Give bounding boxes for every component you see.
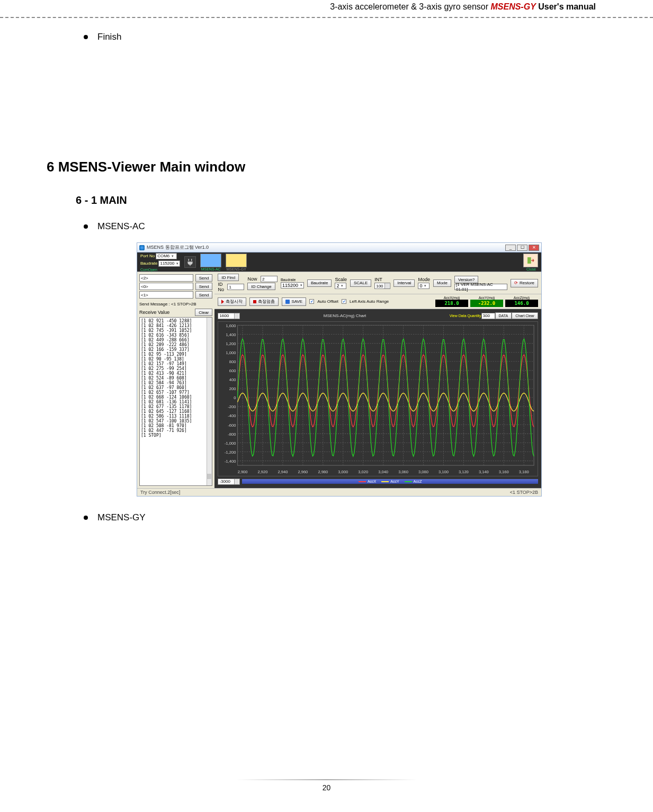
- chart-area: 1600 MSENS-AC(mg) Chart View Data Quanti…: [214, 309, 541, 488]
- svg-text:2,940: 2,940: [278, 470, 288, 474]
- receive-log[interactable]: [1 02 921 -450 1288][1 02 841 -426 1213]…: [139, 317, 212, 486]
- svg-text:200: 200: [229, 386, 236, 391]
- header-left: 3-axis accelerometer & 3-axis gyro senso…: [330, 2, 490, 11]
- svg-text:2,960: 2,960: [298, 470, 308, 474]
- start-button[interactable]: 측정시작: [218, 297, 246, 306]
- baudrate-select-top[interactable]: 115200 ▾: [158, 260, 180, 267]
- y-bottom-spinner[interactable]: -3000: [218, 479, 240, 485]
- left-axis-auto-checkbox[interactable]: ✔: [342, 299, 346, 304]
- maximize-button[interactable]: ☐: [517, 245, 527, 251]
- receive-value-label: Receive Value: [139, 310, 169, 315]
- app-title-text: MSENS 통합프로그램 Ver1.0: [147, 244, 209, 251]
- scrollbar[interactable]: [207, 318, 212, 485]
- chart-plot: -1,400-1,200-1,000-800-600-400-200020040…: [218, 321, 538, 476]
- auto-offset-checkbox[interactable]: ✔: [309, 299, 314, 304]
- legend-accx: AccX: [368, 480, 376, 483]
- svg-text:-1,200: -1,200: [225, 450, 236, 455]
- cmd0-input[interactable]: <0>: [139, 283, 193, 290]
- svg-text:3,160: 3,160: [499, 470, 509, 474]
- bullet-gy-text: MSENS-GY: [97, 512, 146, 523]
- svg-text:2,920: 2,920: [258, 470, 268, 474]
- restore-button[interactable]: ⟳Restore: [511, 279, 538, 287]
- chevron-down-icon: ▾: [172, 254, 174, 258]
- id-find-button[interactable]: ID Find: [218, 274, 239, 281]
- view-qty-value[interactable]: 300: [481, 313, 495, 319]
- version-text: [1 VER MSENS-AC 01.01]: [454, 284, 507, 290]
- mode-button[interactable]: Mode: [433, 279, 451, 287]
- header-divider: [0, 17, 653, 18]
- status-bar: Try Connect.2[sec] <1 STOP>2B: [137, 488, 541, 496]
- log-line: [1 02 677 -135 1178]: [141, 404, 211, 409]
- play-icon: [221, 300, 224, 304]
- clear-button[interactable]: Clear: [195, 309, 212, 316]
- svg-text:-800: -800: [228, 432, 236, 437]
- cmd1-input[interactable]: <1>: [139, 291, 193, 299]
- scale-button[interactable]: SCALE: [350, 279, 371, 287]
- baudrate-label: Baudrate: [140, 261, 157, 266]
- log-line: [1 02 449 -288 666]: [141, 338, 211, 342]
- header-product: MSENS-GY: [490, 2, 535, 11]
- scale-select[interactable]: 2▾: [335, 283, 346, 289]
- accy-value: -232.0: [470, 300, 503, 307]
- left-axis-auto-label: Left Axis Auto Range: [350, 299, 389, 304]
- tab-msens-ac[interactable]: [200, 254, 221, 267]
- interval-button[interactable]: Interval: [393, 279, 415, 287]
- page-header: 3-axis accelerometer & 3-axis gyro senso…: [330, 2, 596, 12]
- int-spinner[interactable]: 100: [374, 283, 390, 289]
- svg-text:3,140: 3,140: [479, 470, 489, 474]
- accy-label: AccY(mg): [479, 296, 495, 300]
- app-titlebar: MSENS 통합프로그램 Ver1.0 _ ☐ ✕: [137, 243, 541, 252]
- scroll-thumb[interactable]: [207, 474, 211, 479]
- svg-text:3,120: 3,120: [459, 470, 469, 474]
- scale-label: Scale: [335, 277, 347, 282]
- send2-button[interactable]: Send: [195, 274, 213, 282]
- send1-button[interactable]: Send: [195, 291, 213, 299]
- window-controls: _ ☐ ✕: [505, 245, 539, 251]
- y-top-spinner[interactable]: 1600: [218, 313, 240, 319]
- svg-text:-200: -200: [228, 404, 236, 409]
- cmd2-input[interactable]: <2>: [139, 274, 193, 282]
- tab-msens-gy[interactable]: [226, 254, 247, 267]
- svg-text:-1,000: -1,000: [225, 441, 236, 446]
- log-line: [1 02 90 -95 138]: [141, 357, 211, 362]
- parameter-bar: ID Find ID No 1 Now 2 ID Change Baudrate…: [214, 272, 541, 294]
- int-label: INT: [374, 277, 382, 282]
- close-button[interactable]: [523, 254, 538, 267]
- svg-text:3,060: 3,060: [399, 470, 409, 474]
- log-line: [1 02 657 -107 977]: [141, 390, 211, 395]
- baudrate-value-top: 115200: [160, 261, 174, 266]
- log-line: [1 02 95 -113 209]: [141, 352, 211, 357]
- data-button[interactable]: DATA: [495, 312, 512, 319]
- com-open-button[interactable]: [184, 256, 196, 268]
- port-no-value: COM6: [157, 254, 169, 258]
- log-line: [1 02 616 -343 856]: [141, 333, 211, 338]
- save-button[interactable]: SAVE: [282, 297, 306, 306]
- stop-icon: [253, 300, 256, 303]
- mode-select[interactable]: 0▾: [418, 283, 430, 289]
- baud-select[interactable]: 115200▾: [281, 282, 304, 288]
- stop-button[interactable]: 측정멈춤: [249, 297, 279, 306]
- log-line: [1 02 447 -71 926]: [141, 428, 211, 433]
- send-message-label: Send Message : <1 STOP>2B: [137, 301, 214, 308]
- chart-clear-button[interactable]: Chart Clear: [512, 312, 538, 319]
- baud-button[interactable]: Baudrate: [307, 279, 332, 287]
- chevron-down-icon: ▾: [424, 284, 426, 288]
- chart-legend: AccX AccY AccZ: [242, 479, 538, 484]
- chevron-down-icon: ▾: [300, 283, 302, 287]
- minimize-button[interactable]: _: [505, 245, 516, 251]
- svg-text:3,180: 3,180: [519, 470, 529, 474]
- section-title: 6 MSENS-Viewer Main window: [47, 159, 582, 175]
- svg-text:3,040: 3,040: [379, 470, 389, 474]
- send0-button[interactable]: Send: [195, 283, 213, 290]
- bullet-msens-gy: MSENS-GY: [84, 512, 582, 523]
- port-no-select[interactable]: COM6 ▾: [156, 253, 177, 259]
- view-qty-label: View Data Quantity: [450, 314, 481, 318]
- close-window-button[interactable]: ✕: [529, 245, 539, 251]
- chevron-down-icon: ▾: [341, 284, 343, 288]
- id-change-button[interactable]: ID Change: [247, 283, 275, 290]
- header-right: User's manual: [538, 2, 596, 11]
- page-footer: 20: [0, 779, 653, 792]
- log-line: [1 02 166 -159 337]: [141, 347, 211, 352]
- subsection-title: 6 - 1 MAIN: [76, 194, 582, 206]
- svg-text:400: 400: [229, 377, 236, 382]
